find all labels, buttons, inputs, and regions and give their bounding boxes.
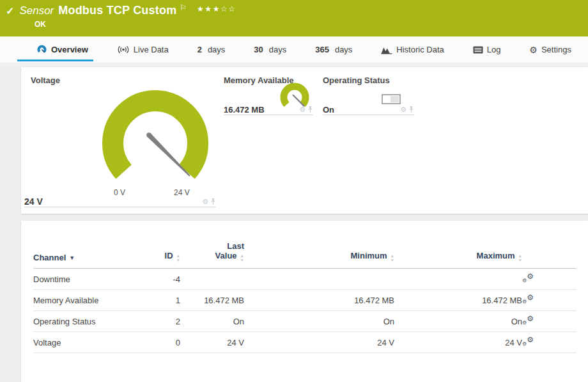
pin-icon[interactable] — [210, 198, 216, 205]
voltage-value: 24 V — [24, 196, 43, 207]
channel-table-card: Channel▼ ID▲▼ Last Value▲▼ Minimum▲▼ Max… — [21, 221, 588, 382]
channel-row-memory: Memory Available 1 16.472 MB 16.472 MB 1… — [33, 290, 576, 311]
tab-number: 365 — [315, 45, 329, 54]
sensor-header: ✓ Sensor Modbus TCP Custom ⚐ ★★★☆☆ OK — [0, 0, 588, 36]
channel-row-voltage: Voltage 0 24 V 24 V 24 V ⚙⚙ — [33, 332, 576, 353]
sort-icon: ▲▼ — [240, 254, 244, 262]
channel-maximum: 16.472 MB — [394, 290, 522, 311]
live-data-icon — [117, 45, 130, 54]
priority-stars[interactable]: ★★★☆☆ — [197, 4, 236, 13]
voltage-footer: 24 V ⚙ — [24, 192, 216, 207]
channel-id: 2 — [151, 311, 180, 332]
column-header-minimum[interactable]: Minimum▲▼ — [244, 221, 394, 269]
pin-icon[interactable] — [307, 106, 313, 113]
sensor-type-label: Sensor — [19, 4, 54, 17]
column-header-id[interactable]: ID▲▼ — [151, 221, 180, 269]
column-label: Value — [215, 251, 237, 260]
voltage-gauge — [99, 86, 213, 185]
operating-panel-title: Operating Status — [323, 76, 390, 85]
log-list-icon — [473, 46, 483, 54]
channel-maximum: On — [394, 311, 522, 332]
gear-icon[interactable]: ⚙ — [400, 106, 406, 113]
memory-channel-controls: ⚙ — [299, 106, 313, 115]
tab-30-days[interactable]: 30 days — [254, 36, 286, 63]
tab-log[interactable]: Log — [473, 36, 501, 63]
tab-label: Log — [487, 45, 501, 54]
channel-name[interactable]: Operating Status — [33, 311, 151, 332]
gear-icon[interactable]: ⚙ — [202, 198, 208, 205]
column-label: ID — [165, 251, 173, 260]
channel-settings-icon[interactable]: ⚙⚙ — [522, 273, 534, 283]
gear-icon[interactable]: ⚙ — [299, 106, 306, 113]
tab-label: Live Data — [134, 45, 169, 54]
voltage-panel-title: Voltage — [31, 76, 60, 85]
channel-last-value: 16.472 MB — [180, 290, 244, 311]
column-label: Maximum — [477, 251, 515, 260]
column-label: Minimum — [351, 251, 387, 260]
sensor-title: Modbus TCP Custom — [58, 4, 176, 17]
chart-mountain-icon — [381, 45, 392, 54]
channel-id: 1 — [151, 290, 180, 311]
column-label: Channel — [33, 253, 66, 262]
operating-value: On — [323, 105, 334, 115]
sensor-status-text: OK — [35, 20, 46, 29]
column-header-channel[interactable]: Channel▼ — [33, 221, 151, 269]
channel-row-operating: Operating Status 2 On On On ⚙⚙ — [33, 311, 576, 332]
memory-value: 16.472 MB — [224, 105, 265, 115]
tab-label: days — [269, 45, 286, 54]
channel-last-value — [180, 269, 244, 290]
channel-minimum: On — [244, 311, 394, 332]
tab-label: Settings — [541, 45, 571, 54]
voltage-channel-controls: ⚙ — [202, 198, 216, 207]
channel-table: Channel▼ ID▲▼ Last Value▲▼ Minimum▲▼ Max… — [33, 221, 576, 353]
sort-icon: ▲▼ — [518, 254, 522, 262]
operating-footer: On ⚙ — [323, 100, 414, 115]
channel-maximum: 24 V — [394, 332, 522, 353]
tab-live-data[interactable]: Live Data — [117, 36, 169, 63]
channel-maximum — [394, 269, 522, 290]
tab-number: 30 — [254, 45, 263, 54]
tab-settings[interactable]: ⚙ Settings — [529, 36, 571, 63]
channel-id: -4 — [151, 269, 180, 290]
tab-2-days[interactable]: 2 days — [197, 36, 226, 63]
tab-label: Historic Data — [396, 45, 444, 54]
channel-name[interactable]: Memory Available — [33, 290, 151, 311]
pin-icon[interactable] — [408, 106, 414, 113]
memory-footer: 16.472 MB ⚙ — [224, 100, 313, 115]
channel-table-header-row: Channel▼ ID▲▼ Last Value▲▼ Minimum▲▼ Max… — [33, 221, 576, 269]
tab-label: days — [335, 45, 352, 54]
tab-number: 2 — [197, 45, 202, 54]
sort-icon: ▲▼ — [176, 254, 180, 262]
stars-empty: ☆☆ — [220, 4, 236, 13]
column-header-maximum[interactable]: Maximum▲▼ — [394, 221, 522, 269]
channel-name[interactable]: Voltage — [33, 332, 151, 353]
status-check-icon: ✓ — [6, 5, 14, 17]
channel-last-value: 24 V — [180, 332, 244, 353]
tab-label: Overview — [51, 45, 88, 54]
gauges-card: Voltage 0 V 24 V 24 V ⚙ Memory Available… — [21, 67, 588, 214]
sort-icon: ▲▼ — [391, 254, 394, 262]
tab-historic-data[interactable]: Historic Data — [381, 36, 444, 63]
channel-minimum: 24 V — [244, 332, 394, 353]
channel-settings-icon[interactable]: ⚙⚙ — [522, 315, 534, 326]
column-label: Last — [227, 241, 244, 251]
channel-minimum — [244, 269, 394, 290]
operating-channel-controls: ⚙ — [400, 106, 414, 115]
sensor-header-line1: ✓ Sensor Modbus TCP Custom ⚐ ★★★☆☆ — [0, 0, 588, 17]
channel-minimum: 16.472 MB — [244, 290, 394, 311]
channel-last-value: On — [180, 311, 244, 332]
gear-icon: ⚙ — [529, 45, 538, 54]
channel-settings-icon[interactable]: ⚙⚙ — [522, 337, 534, 347]
column-header-last-value[interactable]: Last Value▲▼ — [180, 221, 244, 269]
tab-bar: Overview Live Data 2 days 30 days 365 da… — [0, 36, 588, 63]
tab-label: days — [208, 45, 225, 54]
stars-filled: ★★★ — [197, 4, 220, 13]
gauge-icon — [36, 44, 47, 55]
tab-365-days[interactable]: 365 days — [315, 36, 352, 63]
channel-name[interactable]: Downtime — [33, 269, 151, 290]
sort-desc-icon: ▼ — [69, 255, 75, 261]
tab-overview[interactable]: Overview — [36, 36, 88, 63]
channel-settings-icon[interactable]: ⚙⚙ — [522, 294, 534, 305]
channel-id: 0 — [151, 332, 180, 353]
flag-icon[interactable]: ⚐ — [180, 4, 187, 12]
